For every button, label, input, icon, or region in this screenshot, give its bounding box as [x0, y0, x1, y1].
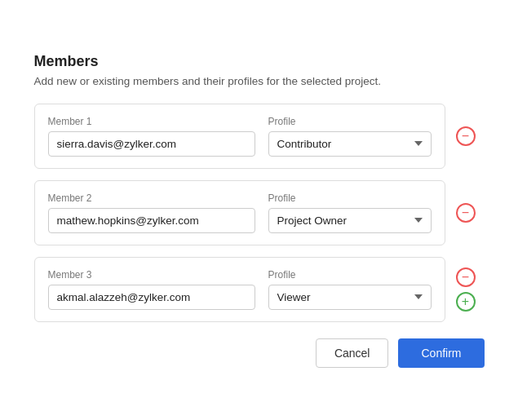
- member-1-email-input[interactable]: [48, 131, 255, 157]
- member-card-1: Member 1ProfileContributorProject OwnerV…: [34, 104, 445, 169]
- members-container: Member 1ProfileContributorProject OwnerV…: [34, 104, 485, 322]
- member-3-profile-select[interactable]: ContributorProject OwnerViewerAdministra…: [268, 285, 432, 310]
- member-2-remove-button[interactable]: −: [456, 203, 476, 223]
- dialog-footer: Cancel Confirm: [34, 338, 485, 368]
- member-2-profile-select[interactable]: ContributorProject OwnerViewerAdministra…: [268, 208, 432, 233]
- members-dialog: Members Add new or existing members and …: [15, 33, 504, 387]
- member-1-profile-label: Profile: [268, 116, 432, 127]
- cancel-button[interactable]: Cancel: [316, 338, 389, 368]
- member-card-3: Member 3ProfileContributorProject OwnerV…: [34, 257, 445, 322]
- member-3-label: Member 3: [48, 269, 255, 281]
- member-2-label: Member 2: [48, 192, 255, 204]
- member-3-email-input[interactable]: [48, 285, 255, 310]
- member-2-profile-label: Profile: [268, 192, 432, 204]
- dialog-title: Members: [34, 53, 485, 70]
- dialog-subtitle: Add new or existing members and their pr…: [34, 75, 485, 87]
- member-3-profile-label: Profile: [268, 269, 432, 281]
- member-2-email-input[interactable]: [48, 208, 255, 233]
- member-1-profile-select[interactable]: ContributorProject OwnerViewerAdministra…: [268, 131, 432, 157]
- member-card-2: Member 2ProfileContributorProject OwnerV…: [34, 180, 445, 245]
- member-1-remove-button[interactable]: −: [456, 126, 476, 146]
- member-1-label: Member 1: [48, 116, 255, 127]
- confirm-button[interactable]: Confirm: [398, 338, 484, 368]
- member-3-add-button[interactable]: +: [456, 292, 476, 312]
- member-3-remove-button[interactable]: −: [456, 267, 476, 287]
